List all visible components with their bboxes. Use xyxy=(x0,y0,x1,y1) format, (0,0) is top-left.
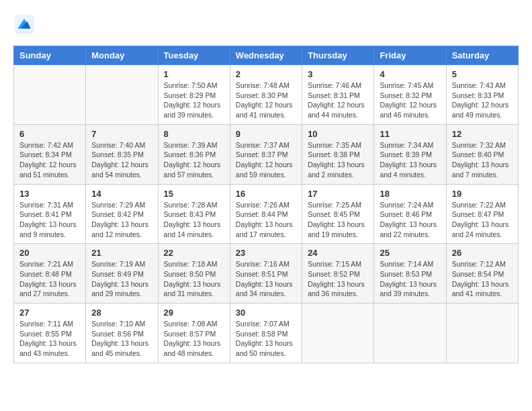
day-info: Sunrise: 7:48 AM Sunset: 8:30 PM Dayligh… xyxy=(236,81,296,120)
calendar-week-row: 6Sunrise: 7:42 AM Sunset: 8:34 PM Daylig… xyxy=(14,124,519,184)
calendar-table: SundayMondayTuesdayWednesdayThursdayFrid… xyxy=(13,46,519,363)
calendar-day-cell: 6Sunrise: 7:42 AM Sunset: 8:34 PM Daylig… xyxy=(14,124,86,184)
day-info: Sunrise: 7:15 AM Sunset: 8:52 PM Dayligh… xyxy=(308,259,368,299)
calendar-day-cell: 28Sunrise: 7:10 AM Sunset: 8:56 PM Dayli… xyxy=(86,304,158,363)
day-info: Sunrise: 7:40 AM Sunset: 8:35 PM Dayligh… xyxy=(91,140,152,180)
day-number: 28 xyxy=(91,308,152,318)
day-number: 13 xyxy=(19,189,80,199)
day-number: 24 xyxy=(308,248,368,258)
day-number: 3 xyxy=(308,69,368,79)
weekday-header-wednesday: Wednesday xyxy=(230,46,302,65)
calendar-day-cell: 21Sunrise: 7:19 AM Sunset: 8:49 PM Dayli… xyxy=(86,244,158,304)
day-number: 2 xyxy=(236,69,296,79)
day-number: 4 xyxy=(380,69,440,79)
logo xyxy=(13,13,38,35)
calendar-day-cell: 26Sunrise: 7:12 AM Sunset: 8:54 PM Dayli… xyxy=(446,244,518,304)
calendar-week-row: 27Sunrise: 7:11 AM Sunset: 8:55 PM Dayli… xyxy=(14,304,519,363)
calendar-day-cell: 5Sunrise: 7:43 AM Sunset: 8:33 PM Daylig… xyxy=(446,65,518,125)
day-number: 12 xyxy=(452,129,513,139)
calendar-day-cell: 16Sunrise: 7:26 AM Sunset: 8:44 PM Dayli… xyxy=(230,184,302,244)
weekday-header-monday: Monday xyxy=(86,46,158,65)
day-info: Sunrise: 7:32 AM Sunset: 8:40 PM Dayligh… xyxy=(452,140,513,180)
calendar-week-row: 13Sunrise: 7:31 AM Sunset: 8:41 PM Dayli… xyxy=(14,184,519,244)
day-info: Sunrise: 7:31 AM Sunset: 8:41 PM Dayligh… xyxy=(19,200,80,240)
weekday-header-friday: Friday xyxy=(374,46,446,65)
day-number: 20 xyxy=(19,248,80,258)
day-info: Sunrise: 7:50 AM Sunset: 8:29 PM Dayligh… xyxy=(164,81,224,120)
page-header xyxy=(13,13,519,35)
day-info: Sunrise: 7:18 AM Sunset: 8:50 PM Dayligh… xyxy=(164,259,224,299)
calendar-day-cell: 24Sunrise: 7:15 AM Sunset: 8:52 PM Dayli… xyxy=(302,244,374,304)
day-number: 16 xyxy=(236,189,296,199)
day-number: 14 xyxy=(91,189,152,199)
calendar-day-cell: 29Sunrise: 7:08 AM Sunset: 8:57 PM Dayli… xyxy=(158,304,230,363)
day-info: Sunrise: 7:42 AM Sunset: 8:34 PM Dayligh… xyxy=(19,140,80,180)
calendar-day-cell: 25Sunrise: 7:14 AM Sunset: 8:53 PM Dayli… xyxy=(374,244,446,304)
day-number: 26 xyxy=(452,248,513,258)
calendar-day-cell xyxy=(446,304,518,363)
day-number: 18 xyxy=(380,189,440,199)
calendar-day-cell: 1Sunrise: 7:50 AM Sunset: 8:29 PM Daylig… xyxy=(158,65,230,125)
day-info: Sunrise: 7:46 AM Sunset: 8:31 PM Dayligh… xyxy=(308,81,368,120)
day-number: 1 xyxy=(164,69,224,79)
day-info: Sunrise: 7:16 AM Sunset: 8:51 PM Dayligh… xyxy=(236,259,296,299)
day-info: Sunrise: 7:34 AM Sunset: 8:39 PM Dayligh… xyxy=(380,140,440,180)
day-info: Sunrise: 7:10 AM Sunset: 8:56 PM Dayligh… xyxy=(91,319,152,359)
calendar-day-cell: 10Sunrise: 7:35 AM Sunset: 8:38 PM Dayli… xyxy=(302,124,374,184)
calendar-day-cell: 19Sunrise: 7:22 AM Sunset: 8:47 PM Dayli… xyxy=(446,184,518,244)
day-info: Sunrise: 7:39 AM Sunset: 8:36 PM Dayligh… xyxy=(164,140,224,180)
day-info: Sunrise: 7:08 AM Sunset: 8:57 PM Dayligh… xyxy=(164,319,224,359)
day-info: Sunrise: 7:25 AM Sunset: 8:45 PM Dayligh… xyxy=(308,200,368,240)
calendar-day-cell: 23Sunrise: 7:16 AM Sunset: 8:51 PM Dayli… xyxy=(230,244,302,304)
day-info: Sunrise: 7:21 AM Sunset: 8:48 PM Dayligh… xyxy=(19,259,80,299)
day-number: 27 xyxy=(19,308,80,318)
calendar-day-cell: 2Sunrise: 7:48 AM Sunset: 8:30 PM Daylig… xyxy=(230,65,302,125)
day-number: 23 xyxy=(236,248,296,258)
day-info: Sunrise: 7:24 AM Sunset: 8:46 PM Dayligh… xyxy=(380,200,440,240)
calendar-day-cell: 22Sunrise: 7:18 AM Sunset: 8:50 PM Dayli… xyxy=(158,244,230,304)
day-info: Sunrise: 7:14 AM Sunset: 8:53 PM Dayligh… xyxy=(380,259,440,299)
day-info: Sunrise: 7:26 AM Sunset: 8:44 PM Dayligh… xyxy=(236,200,296,240)
calendar-day-cell: 13Sunrise: 7:31 AM Sunset: 8:41 PM Dayli… xyxy=(14,184,86,244)
day-info: Sunrise: 7:37 AM Sunset: 8:37 PM Dayligh… xyxy=(236,140,296,180)
day-number: 15 xyxy=(164,189,224,199)
calendar-day-cell: 3Sunrise: 7:46 AM Sunset: 8:31 PM Daylig… xyxy=(302,65,374,125)
day-info: Sunrise: 7:29 AM Sunset: 8:42 PM Dayligh… xyxy=(91,200,152,240)
weekday-header-thursday: Thursday xyxy=(302,46,374,65)
weekday-header-saturday: Saturday xyxy=(446,46,518,65)
day-info: Sunrise: 7:07 AM Sunset: 8:58 PM Dayligh… xyxy=(236,319,296,359)
day-number: 5 xyxy=(452,69,513,79)
day-number: 22 xyxy=(164,248,224,258)
day-info: Sunrise: 7:28 AM Sunset: 8:43 PM Dayligh… xyxy=(164,200,224,240)
day-number: 21 xyxy=(91,248,152,258)
calendar-day-cell: 17Sunrise: 7:25 AM Sunset: 8:45 PM Dayli… xyxy=(302,184,374,244)
day-info: Sunrise: 7:43 AM Sunset: 8:33 PM Dayligh… xyxy=(452,81,513,120)
weekday-header-sunday: Sunday xyxy=(14,46,86,65)
calendar-day-cell: 12Sunrise: 7:32 AM Sunset: 8:40 PM Dayli… xyxy=(446,124,518,184)
day-info: Sunrise: 7:11 AM Sunset: 8:55 PM Dayligh… xyxy=(19,319,80,359)
calendar-day-cell: 30Sunrise: 7:07 AM Sunset: 8:58 PM Dayli… xyxy=(230,304,302,363)
calendar-day-cell xyxy=(14,65,86,125)
calendar-day-cell: 18Sunrise: 7:24 AM Sunset: 8:46 PM Dayli… xyxy=(374,184,446,244)
day-info: Sunrise: 7:12 AM Sunset: 8:54 PM Dayligh… xyxy=(452,259,513,299)
calendar-day-cell: 27Sunrise: 7:11 AM Sunset: 8:55 PM Dayli… xyxy=(14,304,86,363)
day-number: 10 xyxy=(308,129,368,139)
calendar-week-row: 1Sunrise: 7:50 AM Sunset: 8:29 PM Daylig… xyxy=(14,65,519,125)
day-number: 11 xyxy=(380,129,440,139)
day-number: 9 xyxy=(236,129,296,139)
day-number: 6 xyxy=(19,129,80,139)
calendar-day-cell xyxy=(86,65,158,125)
calendar-header-row: SundayMondayTuesdayWednesdayThursdayFrid… xyxy=(14,46,519,65)
day-number: 7 xyxy=(91,129,152,139)
day-info: Sunrise: 7:22 AM Sunset: 8:47 PM Dayligh… xyxy=(452,200,513,240)
calendar-day-cell: 11Sunrise: 7:34 AM Sunset: 8:39 PM Dayli… xyxy=(374,124,446,184)
day-info: Sunrise: 7:19 AM Sunset: 8:49 PM Dayligh… xyxy=(91,259,152,299)
day-info: Sunrise: 7:35 AM Sunset: 8:38 PM Dayligh… xyxy=(308,140,368,180)
day-number: 29 xyxy=(164,308,224,318)
day-number: 8 xyxy=(164,129,224,139)
day-info: Sunrise: 7:45 AM Sunset: 8:32 PM Dayligh… xyxy=(380,81,440,120)
calendar-day-cell: 9Sunrise: 7:37 AM Sunset: 8:37 PM Daylig… xyxy=(230,124,302,184)
day-number: 17 xyxy=(308,189,368,199)
calendar-day-cell: 14Sunrise: 7:29 AM Sunset: 8:42 PM Dayli… xyxy=(86,184,158,244)
calendar-day-cell: 7Sunrise: 7:40 AM Sunset: 8:35 PM Daylig… xyxy=(86,124,158,184)
